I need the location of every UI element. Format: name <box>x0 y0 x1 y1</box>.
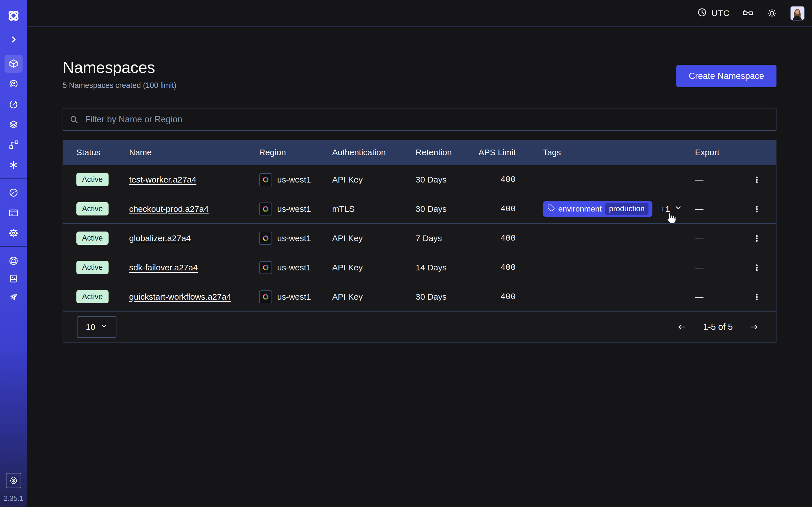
aps-limit-value: 400 <box>469 263 516 272</box>
table-row: Active sdk-failover.a27a4 us-west1 API K… <box>63 252 776 282</box>
region-label: us-west1 <box>277 292 311 302</box>
region-label: us-west1 <box>277 175 311 184</box>
retention-label: 30 Days <box>416 292 469 302</box>
namespaces-table: Status Name Region Authentication Retent… <box>63 140 776 342</box>
retention-label: 30 Days <box>416 204 469 214</box>
retention-label: 30 Days <box>416 175 469 184</box>
chevron-down-icon <box>100 322 108 332</box>
workflow-branch-icon[interactable] <box>4 136 22 154</box>
sidebar-nav-secondary <box>4 184 22 242</box>
auth-label: API Key <box>332 263 416 272</box>
status-badge: Active <box>77 290 109 303</box>
sidebar-divider <box>0 246 27 247</box>
col-header-tags: Tags <box>516 148 695 157</box>
sidebar-nav-support <box>4 252 22 306</box>
page-size-select[interactable]: 10 <box>77 316 116 338</box>
gauge-icon[interactable] <box>4 184 22 202</box>
status-badge: Active <box>77 202 109 216</box>
kebab-menu-icon[interactable] <box>752 175 762 184</box>
timezone-button[interactable]: UTC <box>697 7 730 20</box>
col-header-status: Status <box>77 148 129 157</box>
region-label: us-west1 <box>277 233 311 243</box>
search-icon <box>69 115 79 126</box>
col-header-region: Region <box>259 148 332 157</box>
create-namespace-button[interactable]: Create Namespace <box>676 65 776 87</box>
pagination: 1-5 of 5 <box>677 322 759 332</box>
auth-label: API Key <box>332 292 416 302</box>
gcp-logo-icon <box>259 261 272 274</box>
browser-card-icon[interactable] <box>4 204 22 222</box>
glasses-icon[interactable] <box>742 7 754 19</box>
table-footer: 10 1-5 of 5 <box>63 311 776 342</box>
tag-icon <box>548 204 555 214</box>
pagination-range: 1-5 of 5 <box>703 322 733 332</box>
tag-value: production <box>605 203 649 215</box>
asterisk-icon[interactable] <box>4 156 22 174</box>
timezone-label: UTC <box>711 8 730 18</box>
sidebar: $ 2.35.1 <box>0 0 27 507</box>
search-input[interactable] <box>63 108 776 131</box>
col-header-aps-limit: APS Limit <box>469 148 516 157</box>
sidebar-nav-primary <box>4 55 22 174</box>
gear-icon[interactable] <box>4 224 22 242</box>
region-label: us-west1 <box>277 204 311 214</box>
layers-icon[interactable] <box>4 115 22 133</box>
status-badge: Active <box>77 231 109 245</box>
app-version: 2.35.1 <box>4 494 23 503</box>
table-header-row: Status Name Region Authentication Retent… <box>63 140 776 165</box>
timer-icon[interactable] <box>4 95 22 113</box>
export-value: — <box>695 263 703 272</box>
auth-label: mTLS <box>332 204 416 214</box>
sidebar-divider <box>0 178 27 179</box>
col-header-authentication: Authentication <box>332 148 416 157</box>
avatar[interactable] <box>790 6 805 20</box>
namespace-link[interactable]: test-worker.a27a4 <box>129 175 196 184</box>
namespace-link[interactable]: quickstart-workflows.a27a4 <box>129 292 231 301</box>
col-header-retention: Retention <box>416 148 469 157</box>
lifebuoy-icon[interactable] <box>4 252 22 270</box>
arrow-left-icon[interactable] <box>677 322 688 332</box>
export-value: — <box>695 204 703 214</box>
sun-theme-icon[interactable] <box>766 8 777 19</box>
table-row: Active checkout-prod.a27a4 us-west1 mTLS… <box>63 194 776 223</box>
aps-limit-value: 400 <box>469 233 516 243</box>
page-size-value: 10 <box>86 322 95 332</box>
namespace-link[interactable]: sdk-failover.a27a4 <box>129 263 198 272</box>
tag-pill[interactable]: environment production <box>543 201 652 217</box>
arrow-right-icon[interactable] <box>749 322 759 332</box>
book-sparkles-icon[interactable] <box>4 270 22 288</box>
namespace-link[interactable]: checkout-prod.a27a4 <box>129 204 209 214</box>
export-value: — <box>695 292 703 302</box>
export-value: — <box>695 233 703 243</box>
kebab-menu-icon[interactable] <box>752 263 762 272</box>
aps-limit-value: 400 <box>469 175 516 184</box>
table-row: Active globalizer.a27a4 us-west1 API Key… <box>63 223 776 252</box>
usage-dollar-badge-button[interactable]: $ <box>6 473 21 488</box>
sidebar-bottom: $ 2.35.1 <box>4 473 23 507</box>
retention-label: 7 Days <box>416 233 469 243</box>
kebab-menu-icon[interactable] <box>752 204 762 214</box>
chevron-down-icon <box>674 204 682 214</box>
kebab-menu-icon[interactable] <box>752 233 762 243</box>
rocket-icon[interactable] <box>4 288 22 306</box>
tag-more-button[interactable]: +1 <box>659 204 684 214</box>
eye-swirl-icon[interactable] <box>4 75 22 93</box>
tag-key: environment <box>558 205 602 214</box>
sidebar-collapse-chevron-icon[interactable] <box>7 33 20 46</box>
status-badge: Active <box>77 173 109 186</box>
col-header-name: Name <box>129 148 259 157</box>
page-title: Namespaces <box>63 58 176 76</box>
filter-search <box>63 108 776 131</box>
gcp-logo-icon <box>259 232 272 245</box>
gcp-logo-icon <box>259 290 272 303</box>
region-label: us-west1 <box>277 263 311 272</box>
tag-more-count: +1 <box>660 204 670 214</box>
gcp-logo-icon <box>259 173 272 186</box>
cube-icon[interactable] <box>4 55 22 73</box>
namespace-link[interactable]: globalizer.a27a4 <box>129 233 191 243</box>
page-header: Namespaces 5 Namespaces created (100 lim… <box>63 27 776 108</box>
kebab-menu-icon[interactable] <box>752 292 762 302</box>
clock-icon <box>697 7 707 20</box>
export-value: — <box>695 175 703 184</box>
temporal-logo-icon[interactable] <box>4 7 22 25</box>
